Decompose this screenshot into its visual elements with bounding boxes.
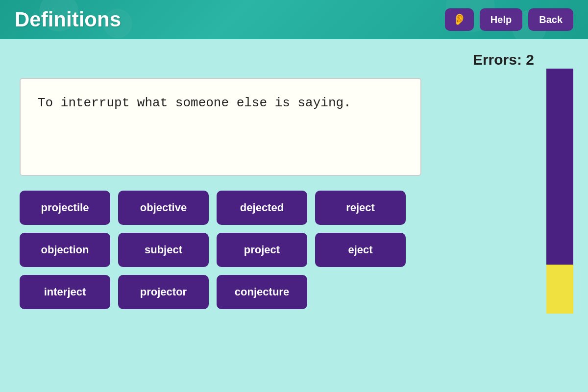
header: Definitions 👂 Help Back xyxy=(0,0,588,39)
progress-bar-purple xyxy=(546,69,573,265)
back-button[interactable]: Back xyxy=(528,8,573,31)
word-button-subject[interactable]: subject xyxy=(118,233,209,267)
audio-button[interactable]: 👂 xyxy=(445,8,474,31)
word-button-interject[interactable]: interject xyxy=(20,275,110,309)
content-area: Errors: 2 To interrupt what someone else… xyxy=(15,49,573,382)
progress-bar-container xyxy=(546,69,573,323)
word-button-reject[interactable]: reject xyxy=(315,191,406,225)
definition-box: To interrupt what someone else is saying… xyxy=(20,78,421,176)
word-button-objection[interactable]: objection xyxy=(20,233,110,267)
word-button-eject[interactable]: eject xyxy=(315,233,406,267)
word-button-objective[interactable]: objective xyxy=(118,191,209,225)
help-button[interactable]: Help xyxy=(480,8,522,31)
word-button-projector[interactable]: projector xyxy=(118,275,209,309)
word-button-project[interactable]: project xyxy=(217,233,307,267)
page-title: Definitions xyxy=(15,8,121,31)
progress-bar-yellow xyxy=(546,265,573,314)
progress-bar-wrapper xyxy=(546,69,573,314)
word-button-projectile[interactable]: projectile xyxy=(20,191,110,225)
words-grid: projectileobjectivedejectedrejectobjecti… xyxy=(20,191,573,309)
main-content: Errors: 2 To interrupt what someone else… xyxy=(0,39,588,392)
errors-row: Errors: 2 xyxy=(15,49,573,68)
header-buttons: 👂 Help Back xyxy=(445,8,573,31)
definition-text: To interrupt what someone else is saying… xyxy=(38,96,351,110)
ear-icon: 👂 xyxy=(453,13,466,25)
word-button-conjecture[interactable]: conjecture xyxy=(217,275,307,309)
word-button-dejected[interactable]: dejected xyxy=(217,191,307,225)
errors-label: Errors: 2 xyxy=(473,51,534,68)
